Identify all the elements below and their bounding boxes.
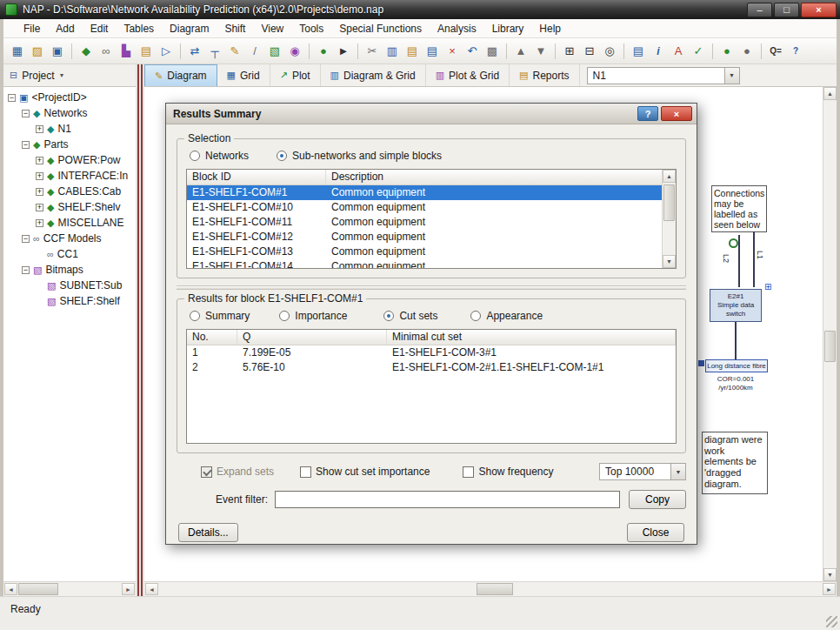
tab-diagram-and-grid[interactable]: ▥ Diagram & Grid: [321, 64, 426, 86]
save-icon[interactable]: ▣: [48, 42, 67, 61]
q-icon[interactable]: Q=: [766, 42, 785, 61]
scroll-down-icon[interactable]: ▼: [823, 568, 837, 581]
radio-importance[interactable]: Importance: [279, 310, 347, 322]
dialog-close-button[interactable]: ×: [661, 106, 692, 121]
copy-picture-icon[interactable]: ▩: [483, 42, 502, 61]
show-frequency-checkbox[interactable]: Show frequency: [463, 466, 553, 478]
tree-item-networks[interactable]: − ◆ Networks: [3, 105, 136, 121]
tree-item-power[interactable]: + ◆ POWER:Pow: [3, 152, 136, 168]
table-row[interactable]: E1-SHELF1-COM#14 Common equipment: [187, 259, 676, 269]
scroll-right-icon[interactable]: ►: [122, 583, 135, 595]
network-selector[interactable]: N1 ▼: [587, 67, 740, 84]
cut-icon[interactable]: ✂: [363, 42, 382, 61]
palette-icon[interactable]: ◉: [285, 42, 304, 61]
tree-item-subnet-bitmap[interactable]: ▧ SUBNET:Sub: [3, 278, 136, 293]
link-icon[interactable]: ∞: [97, 42, 116, 61]
pencil-icon[interactable]: ✎: [225, 42, 244, 61]
tree-item-ccf-models[interactable]: − ∞ CCF Models: [3, 231, 136, 246]
column-header-description[interactable]: Description: [326, 170, 676, 184]
fibre-block[interactable]: Long distance fibre: [705, 359, 768, 372]
maximize-button[interactable]: □: [774, 3, 799, 17]
diagram-note[interactable]: Connections may be labelled as seen belo…: [711, 185, 767, 232]
column-header-q[interactable]: Q: [237, 330, 387, 345]
tree-item-parts[interactable]: − ◆ Parts: [3, 137, 136, 152]
menu-view[interactable]: View: [253, 20, 291, 37]
copy-button[interactable]: Copy: [629, 490, 686, 509]
tab-diagram[interactable]: ✎ Diagram: [144, 64, 217, 86]
expand-icon[interactable]: +: [36, 219, 43, 227]
scroll-up-icon[interactable]: ▲: [823, 87, 837, 100]
spellcheck-icon[interactable]: A: [669, 42, 688, 61]
paste-icon[interactable]: ▤: [403, 42, 422, 61]
tab-plot[interactable]: ↗ Plot: [270, 64, 321, 86]
collapse-icon[interactable]: −: [22, 266, 30, 274]
menu-tables[interactable]: Tables: [116, 20, 162, 37]
new-part-icon[interactable]: ◆: [77, 42, 96, 61]
tab-grid[interactable]: ▦ Grid: [217, 64, 270, 86]
delete-icon[interactable]: ×: [443, 42, 462, 61]
app-window-titlebar[interactable]: NAP - D:\Software\Network Availability P…: [0, 0, 840, 19]
dialog-titlebar[interactable]: Results Summary ? ×: [166, 104, 697, 124]
copy-icon[interactable]: ▥: [383, 42, 402, 61]
swap-icon[interactable]: ⇄: [185, 42, 204, 61]
top-select[interactable]: Top 10000 ▼: [599, 463, 686, 480]
chevron-down-icon[interactable]: ▼: [670, 464, 685, 479]
tab-plot-and-grid[interactable]: ▥ Plot & Grid: [426, 64, 510, 86]
scrollbar-thumb[interactable]: [824, 331, 836, 362]
project-panel-header[interactable]: ⊟ Project ▼: [3, 64, 136, 87]
diagram-vertical-scrollbar[interactable]: ▲ ▼: [823, 87, 837, 581]
menu-analysis[interactable]: Analysis: [430, 20, 484, 37]
tree-item-n1[interactable]: + ◆ N1: [3, 121, 136, 137]
help-icon[interactable]: ?: [786, 42, 805, 61]
radio-networks[interactable]: Networks: [190, 150, 249, 162]
expand-icon[interactable]: +: [36, 204, 43, 211]
scroll-right-icon[interactable]: ►: [823, 583, 836, 595]
image-icon[interactable]: ▧: [265, 42, 284, 61]
collapse-icon[interactable]: −: [8, 94, 16, 102]
tree-item-cables[interactable]: + ◆ CABLES:Cab: [3, 184, 136, 199]
tree-item-projectid[interactable]: − ▣ <ProjectID>: [3, 90, 136, 105]
minimize-button[interactable]: –: [747, 3, 772, 17]
radio-subnetworks[interactable]: Sub-networks and simple blocks: [277, 150, 442, 162]
vertical-splitter[interactable]: [136, 87, 144, 581]
diagram-note[interactable]: diagram were work elements be 'dragged d…: [702, 432, 768, 494]
report-icon[interactable]: ▤: [137, 42, 156, 61]
diagram-node[interactable]: [729, 238, 738, 248]
export-page-icon[interactable]: ▷: [157, 42, 176, 61]
menu-file[interactable]: File: [16, 20, 48, 37]
menu-add[interactable]: Add: [48, 20, 82, 37]
column-header-no[interactable]: No.: [187, 330, 237, 345]
globe-icon[interactable]: ●: [314, 42, 333, 61]
menu-tools[interactable]: Tools: [291, 20, 331, 37]
tree-item-bitmaps[interactable]: − ▧ Bitmaps: [3, 262, 136, 278]
connector-icon[interactable]: ┬: [205, 42, 224, 61]
grid-icon[interactable]: ⊞: [560, 42, 579, 61]
fit-icon[interactable]: ⊟: [580, 42, 599, 61]
tree-item-interface[interactable]: + ◆ INTERFACE:In: [3, 168, 136, 184]
collapse-icon[interactable]: −: [22, 235, 30, 243]
table-row[interactable]: 2 5.76E-10 E1-SHELF1-COM-2#1.E1-SHELF1-C…: [187, 360, 676, 375]
scrollbar-thumb[interactable]: [18, 583, 58, 595]
open-icon[interactable]: ▨: [28, 42, 47, 61]
column-header-minimal-cut-set[interactable]: Minimal cut set: [387, 330, 676, 345]
details-button[interactable]: Details...: [178, 523, 238, 542]
vertical-splitter[interactable]: [136, 64, 144, 87]
radio-summary[interactable]: Summary: [190, 310, 250, 322]
menu-help[interactable]: Help: [531, 20, 569, 37]
radio-cut-sets[interactable]: Cut sets: [383, 310, 437, 322]
scroll-up-icon[interactable]: ▲: [663, 170, 676, 183]
diagram-horizontal-scrollbar[interactable]: ◄ ►: [144, 581, 837, 596]
expand-icon[interactable]: +: [36, 188, 43, 196]
tree-item-shelf-bitmap[interactable]: ▧ SHELF:Shelf: [3, 293, 136, 309]
pointer-icon[interactable]: ►: [334, 42, 353, 61]
event-filter-input[interactable]: [275, 491, 620, 508]
expand-icon[interactable]: +: [36, 157, 43, 164]
collapse-icon[interactable]: −: [22, 141, 30, 149]
menu-edit[interactable]: Edit: [83, 20, 117, 37]
diagram-node[interactable]: [698, 360, 704, 366]
move-up-icon[interactable]: ▲: [511, 42, 530, 61]
menu-library[interactable]: Library: [484, 20, 532, 37]
run-icon[interactable]: ●: [717, 42, 737, 61]
menu-diagram[interactable]: Diagram: [162, 20, 217, 37]
help-button[interactable]: ?: [637, 106, 658, 121]
